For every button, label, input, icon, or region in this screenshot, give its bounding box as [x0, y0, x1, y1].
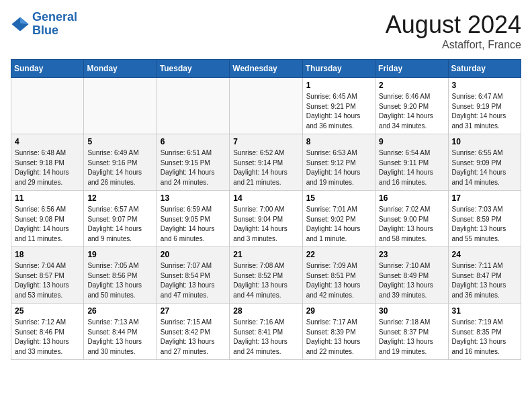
- day-info: Sunrise: 7:19 AM Sunset: 8:35 PM Dayligh…: [452, 318, 517, 357]
- header-row: SundayMondayTuesdayWednesdayThursdayFrid…: [11, 60, 521, 78]
- day-info: Sunrise: 6:53 AM Sunset: 9:12 PM Dayligh…: [306, 148, 371, 187]
- day-number: 28: [233, 306, 298, 316]
- calendar-cell: 23Sunrise: 7:10 AM Sunset: 8:49 PM Dayli…: [375, 247, 448, 304]
- day-number: 23: [379, 250, 444, 259]
- calendar-cell: 2Sunrise: 6:46 AM Sunset: 9:20 PM Daylig…: [375, 78, 448, 134]
- day-number: 1: [306, 81, 371, 90]
- day-number: 29: [306, 306, 371, 316]
- day-number: 22: [306, 250, 371, 259]
- day-number: 21: [233, 250, 298, 259]
- calendar-cell: 30Sunrise: 7:18 AM Sunset: 8:37 PM Dayli…: [375, 304, 448, 360]
- day-number: 18: [15, 250, 80, 259]
- calendar-cell: 26Sunrise: 7:13 AM Sunset: 8:44 PM Dayli…: [84, 304, 157, 360]
- calendar-cell: 19Sunrise: 7:05 AM Sunset: 8:56 PM Dayli…: [84, 247, 157, 304]
- day-number: 24: [452, 250, 517, 259]
- day-info: Sunrise: 6:45 AM Sunset: 9:21 PM Dayligh…: [306, 92, 371, 131]
- title-block: August 2024 Astaffort, France: [386, 11, 521, 51]
- day-info: Sunrise: 6:46 AM Sunset: 9:20 PM Dayligh…: [379, 92, 444, 131]
- day-number: 26: [87, 306, 152, 316]
- day-info: Sunrise: 6:49 AM Sunset: 9:16 PM Dayligh…: [87, 148, 152, 187]
- main-title: August 2024: [386, 11, 521, 39]
- calendar-cell: 8Sunrise: 6:53 AM Sunset: 9:12 PM Daylig…: [302, 134, 375, 191]
- header-day: Wednesday: [230, 60, 302, 78]
- day-info: Sunrise: 7:04 AM Sunset: 8:57 PM Dayligh…: [15, 261, 80, 300]
- day-number: 15: [306, 193, 371, 203]
- calendar-cell: 31Sunrise: 7:19 AM Sunset: 8:35 PM Dayli…: [448, 304, 521, 360]
- calendar-cell: 21Sunrise: 7:08 AM Sunset: 8:52 PM Dayli…: [230, 247, 302, 304]
- header-day: Tuesday: [157, 60, 229, 78]
- page-header: General Blue August 2024 Astaffort, Fran…: [11, 11, 521, 51]
- header-day: Sunday: [11, 60, 84, 78]
- calendar-cell: [84, 78, 157, 134]
- calendar-cell: 27Sunrise: 7:15 AM Sunset: 8:42 PM Dayli…: [157, 304, 229, 360]
- calendar-row: 18Sunrise: 7:04 AM Sunset: 8:57 PM Dayli…: [11, 247, 521, 304]
- header-day: Saturday: [448, 60, 521, 78]
- calendar-cell: 15Sunrise: 7:01 AM Sunset: 9:02 PM Dayli…: [302, 191, 375, 247]
- day-number: 4: [15, 137, 80, 146]
- day-number: 3: [452, 81, 517, 90]
- day-info: Sunrise: 6:55 AM Sunset: 9:09 PM Dayligh…: [452, 148, 517, 187]
- calendar-cell: 4Sunrise: 6:48 AM Sunset: 9:18 PM Daylig…: [11, 134, 84, 191]
- logo: General Blue: [11, 11, 77, 38]
- day-number: 7: [233, 137, 298, 146]
- day-number: 25: [15, 306, 80, 316]
- day-info: Sunrise: 7:17 AM Sunset: 8:39 PM Dayligh…: [306, 318, 371, 357]
- day-number: 30: [379, 306, 444, 316]
- day-number: 12: [87, 193, 152, 203]
- calendar-row: 25Sunrise: 7:12 AM Sunset: 8:46 PM Dayli…: [11, 304, 521, 360]
- day-number: 16: [379, 193, 444, 203]
- day-number: 14: [233, 193, 298, 203]
- logo-line1: General: [32, 10, 77, 24]
- day-info: Sunrise: 7:05 AM Sunset: 8:56 PM Dayligh…: [87, 261, 152, 300]
- day-info: Sunrise: 6:54 AM Sunset: 9:11 PM Dayligh…: [379, 148, 444, 187]
- logo-line2: Blue: [32, 24, 58, 37]
- calendar-cell: 10Sunrise: 6:55 AM Sunset: 9:09 PM Dayli…: [448, 134, 521, 191]
- calendar-cell: 17Sunrise: 7:03 AM Sunset: 8:59 PM Dayli…: [448, 191, 521, 247]
- day-info: Sunrise: 6:48 AM Sunset: 9:18 PM Dayligh…: [15, 148, 80, 187]
- day-number: 31: [452, 306, 517, 316]
- day-info: Sunrise: 7:11 AM Sunset: 8:47 PM Dayligh…: [452, 261, 517, 300]
- day-number: 10: [452, 137, 517, 146]
- day-number: 13: [161, 193, 226, 203]
- calendar-cell: 6Sunrise: 6:51 AM Sunset: 9:15 PM Daylig…: [157, 134, 229, 191]
- calendar-cell: 12Sunrise: 6:57 AM Sunset: 9:07 PM Dayli…: [84, 191, 157, 247]
- day-info: Sunrise: 6:52 AM Sunset: 9:14 PM Dayligh…: [233, 148, 298, 187]
- day-info: Sunrise: 7:03 AM Sunset: 8:59 PM Dayligh…: [452, 205, 517, 244]
- calendar-row: 4Sunrise: 6:48 AM Sunset: 9:18 PM Daylig…: [11, 134, 521, 191]
- calendar-cell: 18Sunrise: 7:04 AM Sunset: 8:57 PM Dayli…: [11, 247, 84, 304]
- day-number: 17: [452, 193, 517, 203]
- calendar-cell: 3Sunrise: 6:47 AM Sunset: 9:19 PM Daylig…: [448, 78, 521, 134]
- calendar-row: 11Sunrise: 6:56 AM Sunset: 9:08 PM Dayli…: [11, 191, 521, 247]
- calendar-cell: 25Sunrise: 7:12 AM Sunset: 8:46 PM Dayli…: [11, 304, 84, 360]
- calendar-table: SundayMondayTuesdayWednesdayThursdayFrid…: [11, 59, 521, 360]
- day-number: 20: [161, 250, 226, 259]
- subtitle: Astaffort, France: [386, 39, 521, 51]
- day-info: Sunrise: 6:56 AM Sunset: 9:08 PM Dayligh…: [15, 205, 80, 244]
- svg-marker-1: [20, 17, 29, 24]
- day-info: Sunrise: 7:12 AM Sunset: 8:46 PM Dayligh…: [15, 318, 80, 357]
- calendar-cell: [157, 78, 229, 134]
- day-number: 19: [87, 250, 152, 259]
- calendar-cell: 11Sunrise: 6:56 AM Sunset: 9:08 PM Dayli…: [11, 191, 84, 247]
- day-info: Sunrise: 7:09 AM Sunset: 8:51 PM Dayligh…: [306, 261, 371, 300]
- day-info: Sunrise: 7:01 AM Sunset: 9:02 PM Dayligh…: [306, 205, 371, 244]
- day-info: Sunrise: 7:08 AM Sunset: 8:52 PM Dayligh…: [233, 261, 298, 300]
- calendar-cell: 1Sunrise: 6:45 AM Sunset: 9:21 PM Daylig…: [302, 78, 375, 134]
- day-number: 5: [87, 137, 152, 146]
- day-number: 2: [379, 81, 444, 90]
- calendar-row: 1Sunrise: 6:45 AM Sunset: 9:21 PM Daylig…: [11, 78, 521, 134]
- day-info: Sunrise: 6:47 AM Sunset: 9:19 PM Dayligh…: [452, 92, 517, 131]
- day-number: 11: [15, 193, 80, 203]
- calendar-cell: 20Sunrise: 7:07 AM Sunset: 8:54 PM Dayli…: [157, 247, 229, 304]
- header-day: Thursday: [302, 60, 375, 78]
- calendar-cell: [11, 78, 84, 134]
- calendar-cell: 9Sunrise: 6:54 AM Sunset: 9:11 PM Daylig…: [375, 134, 448, 191]
- day-info: Sunrise: 7:02 AM Sunset: 9:00 PM Dayligh…: [379, 205, 444, 244]
- day-info: Sunrise: 6:51 AM Sunset: 9:15 PM Dayligh…: [161, 148, 226, 187]
- day-info: Sunrise: 7:16 AM Sunset: 8:41 PM Dayligh…: [233, 318, 298, 357]
- day-info: Sunrise: 6:57 AM Sunset: 9:07 PM Dayligh…: [87, 205, 152, 244]
- day-number: 8: [306, 137, 371, 146]
- header-day: Friday: [375, 60, 448, 78]
- logo-icon: [11, 15, 30, 34]
- calendar-cell: 13Sunrise: 6:59 AM Sunset: 9:05 PM Dayli…: [157, 191, 229, 247]
